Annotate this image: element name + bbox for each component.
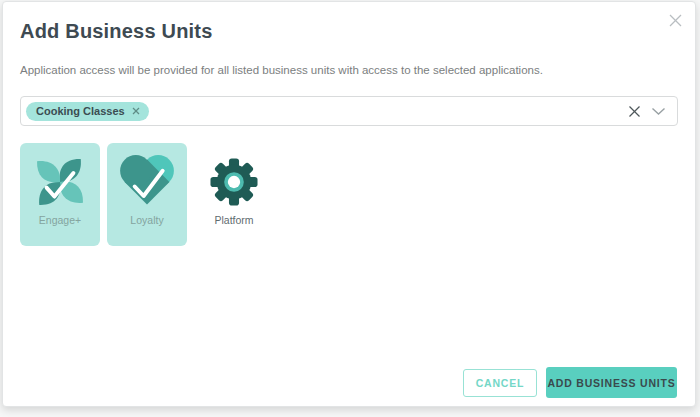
leaf-check-icon xyxy=(32,154,88,210)
gear-icon xyxy=(206,154,262,210)
chip-remove-icon[interactable] xyxy=(132,107,140,115)
page-title: Add Business Units xyxy=(20,19,678,44)
selected-business-unit-chip: Cooking Classes xyxy=(26,102,149,121)
dialog-footer: CANCEL ADD BUSINESS UNITS xyxy=(463,367,677,398)
clear-selection-icon[interactable] xyxy=(628,105,641,118)
chevron-down-icon[interactable] xyxy=(651,107,666,116)
dialog-description: Application access will be provided for … xyxy=(20,63,678,77)
cancel-button[interactable]: CANCEL xyxy=(463,369,537,397)
app-tile-loyalty[interactable]: Loyalty xyxy=(107,143,187,246)
business-units-select[interactable]: Cooking Classes xyxy=(20,96,678,126)
add-business-units-button[interactable]: ADD BUSINESS UNITS xyxy=(546,367,677,398)
heart-check-icon xyxy=(119,154,175,210)
chip-label: Cooking Classes xyxy=(36,105,125,117)
app-tile-platform[interactable]: Platform xyxy=(194,143,274,246)
app-tile-label: Loyalty xyxy=(130,214,163,226)
app-tile-label: Platform xyxy=(214,214,253,226)
app-tile-label: Engage+ xyxy=(39,214,81,226)
app-tile-engage[interactable]: Engage+ xyxy=(20,143,100,246)
add-business-units-dialog: Add Business Units Application access wi… xyxy=(2,1,696,407)
applications-list: Engage+ Loyalty xyxy=(20,143,678,246)
